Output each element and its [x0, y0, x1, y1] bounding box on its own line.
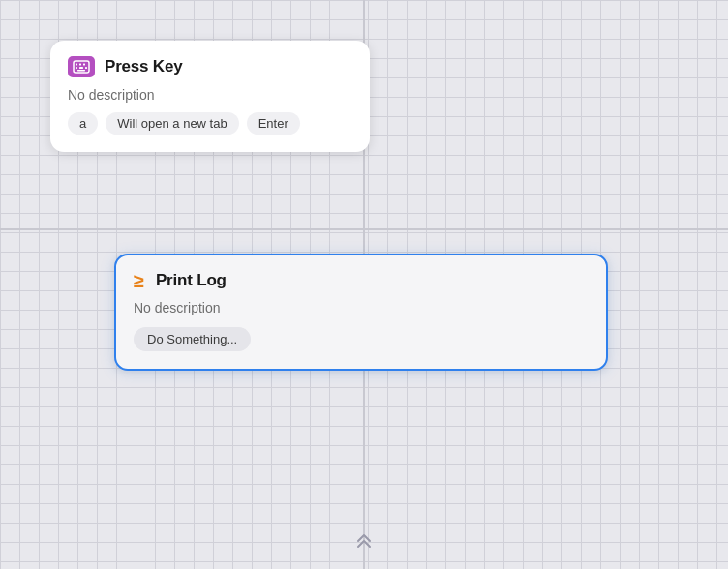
tag-enter: Enter [247, 112, 300, 135]
svg-rect-7 [77, 70, 85, 72]
svg-rect-6 [85, 67, 87, 69]
press-key-description: No description [68, 87, 352, 103]
tag-a: a [68, 112, 98, 135]
tag-will-open: Will open a new tab [106, 112, 238, 135]
press-key-card: Press Key No description a Will open a n… [50, 41, 370, 152]
horizontal-guide-line [0, 228, 728, 230]
terminal-icon: ≥ [134, 271, 144, 290]
card-header: Press Key [68, 56, 352, 77]
chevron-double-up-icon[interactable] [353, 531, 375, 552]
print-log-description: No description [134, 300, 589, 315]
print-log-title: Print Log [156, 271, 227, 290]
svg-rect-2 [79, 64, 81, 66]
svg-rect-4 [76, 67, 77, 69]
svg-rect-1 [76, 64, 77, 66]
print-log-header: ≥ Print Log [134, 271, 589, 290]
canvas: Press Key No description a Will open a n… [0, 0, 728, 569]
scroll-arrows[interactable] [353, 531, 375, 552]
svg-rect-3 [83, 64, 85, 66]
keyboard-icon [68, 56, 95, 77]
do-something-tag: Do Something... [134, 327, 251, 351]
tags-row: a Will open a new tab Enter [68, 112, 352, 135]
print-log-card[interactable]: ≥ Print Log No description Do Something.… [114, 254, 608, 371]
svg-rect-5 [79, 67, 83, 69]
press-key-title: Press Key [105, 57, 182, 76]
